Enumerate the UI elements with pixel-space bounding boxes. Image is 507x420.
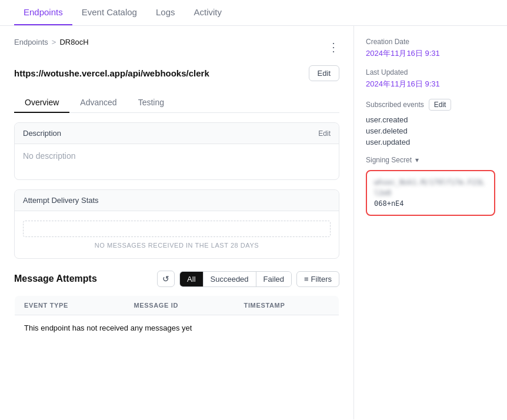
attempts-table: EVENT TYPE MESSAGE ID TIMESTAMP This end… [14, 295, 339, 341]
nav-event-catalog[interactable]: Event Catalog [72, 0, 146, 25]
description-content: No description [15, 144, 339, 179]
table-body: This endpoint has not received any messa… [15, 315, 339, 341]
table-empty-row: This endpoint has not received any messa… [15, 315, 339, 341]
stats-empty-text: NO MESSAGES RECEIVED IN THE LAST 28 DAYS [95, 242, 259, 249]
table-head: EVENT TYPE MESSAGE ID TIMESTAMP [15, 296, 339, 315]
message-attempts-section: Message Attempts ↺ All Succeeded Failed … [14, 271, 339, 341]
last-updated-label: Last Updated [366, 68, 495, 76]
refresh-button[interactable]: ↺ [157, 271, 175, 287]
secret-box: whsec_Nsk1.M/179lf17m.F23Ll2e8 068+nE4 [366, 170, 495, 216]
delivery-stats-header: Attempt Delivery Stats [15, 190, 339, 211]
subscribed-events-edit-button[interactable]: Edit [429, 99, 452, 111]
top-nav: Endpoints Event Catalog Logs Activity [0, 0, 507, 26]
nav-endpoints[interactable]: Endpoints [14, 0, 72, 25]
url-row: https://wotushe.vercel.app/api/webhooks/… [14, 65, 339, 81]
description-title: Description [23, 129, 61, 138]
creation-date-label: Creation Date [366, 38, 495, 46]
col-event-type: EVENT TYPE [15, 296, 125, 315]
secret-value-line1: whsec_Nsk1.M/179lf17m.F23Ll2e8 [374, 177, 487, 198]
stats-empty-bar [23, 221, 331, 237]
signing-secret-block: Signing Secret ▾ whsec_Nsk1.M/179lf17m.F… [366, 156, 495, 216]
filter-succeeded-button[interactable]: Succeeded [204, 272, 256, 286]
tabs: Overview Advanced Testing [14, 93, 339, 113]
description-placeholder: No description [23, 151, 76, 161]
tab-overview[interactable]: Overview [14, 93, 69, 113]
filter-icon: ≡ [304, 275, 309, 284]
attempts-title: Message Attempts [14, 274, 97, 284]
filters-button[interactable]: ≡ Filters [296, 271, 339, 287]
subscribed-events-label: Subscribed events [366, 101, 424, 109]
breadcrumb-separator: > [52, 38, 56, 46]
subscribed-events-block: Subscribed events Edit user.created user… [366, 99, 495, 146]
breadcrumb-current: DR8ocH [59, 38, 88, 46]
tab-testing[interactable]: Testing [128, 93, 175, 113]
delivery-stats-section: Attempt Delivery Stats NO MESSAGES RECEI… [14, 189, 339, 259]
filters-label: Filters [311, 275, 332, 284]
signing-secret-label: Signing Secret [366, 156, 412, 164]
delivery-stats-content: NO MESSAGES RECEIVED IN THE LAST 28 DAYS [15, 211, 339, 258]
attempts-header: Message Attempts ↺ All Succeeded Failed … [14, 271, 339, 287]
event-user-updated: user.updated [366, 138, 495, 146]
right-panel: Creation Date 2024年11月16日 9:31 Last Upda… [354, 26, 507, 419]
signing-secret-header: Signing Secret ▾ [366, 156, 495, 164]
tab-advanced[interactable]: Advanced [69, 93, 127, 113]
nav-logs[interactable]: Logs [146, 0, 185, 25]
description-section: Description Edit No description [14, 122, 339, 180]
secret-normal-text: 068+nE4 [374, 199, 404, 208]
left-panel: Endpoints > DR8ocH ⋮ https://wotushe.ver… [0, 26, 354, 419]
description-edit[interactable]: Edit [318, 129, 331, 138]
main-layout: Endpoints > DR8ocH ⋮ https://wotushe.ver… [0, 26, 507, 419]
table-empty-message: This endpoint has not received any messa… [15, 315, 339, 341]
filter-group: All Succeeded Failed [179, 271, 292, 287]
event-user-created: user.created [366, 115, 495, 124]
breadcrumb: Endpoints > DR8ocH [14, 38, 89, 46]
nav-activity[interactable]: Activity [184, 0, 231, 25]
breadcrumb-parent[interactable]: Endpoints [14, 38, 48, 46]
edit-endpoint-button[interactable]: Edit [309, 65, 339, 81]
subscribed-events-header: Subscribed events Edit [366, 99, 495, 111]
secret-blurred-text: whsec_Nsk1.M/179lf17m.F23Ll2e8 [374, 178, 485, 197]
creation-date-value: 2024年11月16日 9:31 [366, 48, 495, 59]
filter-all-button[interactable]: All [180, 272, 203, 286]
last-updated-block: Last Updated 2024年11月16日 9:31 [366, 68, 495, 89]
description-header: Description Edit [15, 123, 339, 144]
more-menu-button[interactable]: ⋮ [328, 41, 339, 53]
col-message-id: MESSAGE ID [124, 296, 234, 315]
last-updated-value: 2024年11月16日 9:31 [366, 79, 495, 89]
event-user-deleted: user.deleted [366, 126, 495, 135]
creation-date-block: Creation Date 2024年11月16日 9:31 [366, 38, 495, 59]
col-timestamp: TIMESTAMP [235, 296, 339, 315]
secret-value-line2: 068+nE4 [374, 198, 487, 209]
chevron-down-icon[interactable]: ▾ [415, 156, 419, 164]
filter-failed-button[interactable]: Failed [256, 272, 291, 286]
endpoint-url: https://wotushe.vercel.app/api/webhooks/… [14, 68, 209, 78]
